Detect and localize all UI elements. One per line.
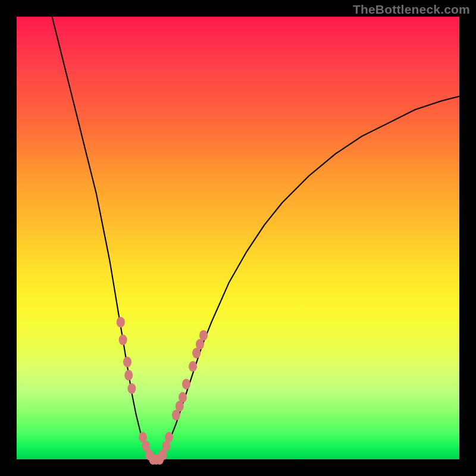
data-marker <box>119 334 127 345</box>
data-marker <box>127 383 136 394</box>
data-marker <box>189 361 197 372</box>
data-marker <box>165 432 173 443</box>
data-marker <box>124 370 133 381</box>
data-marker <box>117 317 125 327</box>
chart-frame: TheBottleneck.com <box>0 0 476 476</box>
data-marker <box>199 330 208 341</box>
data-marker <box>182 379 190 390</box>
watermark-text: TheBottleneck.com <box>353 2 470 17</box>
data-marker <box>123 356 131 367</box>
curve-layer <box>17 17 459 459</box>
bottleneck-curve <box>52 17 460 459</box>
data-marker <box>178 392 187 403</box>
data-markers <box>117 317 208 465</box>
plot-area <box>17 17 459 459</box>
